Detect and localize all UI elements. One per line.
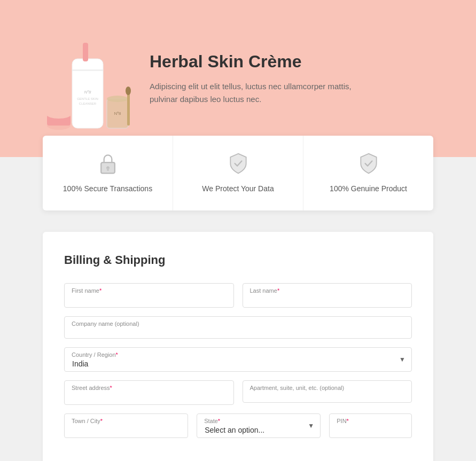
trust-label-secure: 100% Secure Transactions xyxy=(63,184,152,194)
hero-description: Adipiscing elit ut elit tellus, luctus n… xyxy=(150,80,353,106)
hero-section: Nº8 GENTLE SKIN CLEANSER Nº8 Herbal Skin… xyxy=(0,0,476,157)
svg-point-8 xyxy=(47,111,71,119)
country-row: Country / Region* India United States Un… xyxy=(64,347,412,372)
svg-text:Nº8: Nº8 xyxy=(84,90,91,95)
company-input[interactable] xyxy=(64,316,412,339)
trust-label-protect: We Protect Your Data xyxy=(202,184,274,194)
first-name-field: First name* xyxy=(64,283,234,308)
svg-rect-1 xyxy=(83,43,88,61)
products-illustration: Nº8 GENTLE SKIN CLEANSER Nº8 xyxy=(43,16,134,139)
trust-item-secure: 100% Secure Transactions xyxy=(43,136,173,210)
svg-point-10 xyxy=(107,96,128,102)
town-field: Town / City* xyxy=(64,413,188,438)
name-row: First name* Last name* xyxy=(64,283,412,308)
street-field: Street address* xyxy=(64,380,234,405)
company-row: Company name (optional) xyxy=(64,316,412,339)
svg-rect-2 xyxy=(72,69,103,71)
hero-title: Herbal Skin Crème xyxy=(150,52,433,72)
apt-field: Apartment, suite, unit, etc. (optional) xyxy=(243,380,412,405)
first-name-input[interactable] xyxy=(64,283,234,308)
town-input[interactable] xyxy=(64,413,188,438)
location-row: Town / City* State* Select an option... … xyxy=(64,413,412,438)
last-name-field: Last name* xyxy=(243,283,412,308)
country-field: Country / Region* India United States Un… xyxy=(64,347,412,372)
billing-title: Billing & Shipping xyxy=(64,253,412,267)
shield-check-icon xyxy=(227,152,250,175)
svg-text:GENTLE SKIN: GENTLE SKIN xyxy=(77,97,98,100)
last-name-input[interactable] xyxy=(243,283,412,308)
pin-input[interactable] xyxy=(329,413,412,438)
trust-section: 100% Secure Transactions We Protect Your… xyxy=(43,136,433,210)
lock-icon xyxy=(96,152,120,175)
hero-text: Herbal Skin Crème Adipiscing elit ut eli… xyxy=(150,52,433,106)
svg-rect-12 xyxy=(127,91,130,126)
street-input[interactable] xyxy=(64,380,234,405)
trust-label-genuine: 100% Genuine Product xyxy=(330,184,407,194)
country-select[interactable]: India United States United Kingdom xyxy=(64,347,412,372)
address-row: Street address* Apartment, suite, unit, … xyxy=(64,380,412,405)
shield-check-alt-icon xyxy=(357,152,380,175)
pin-field: PIN* xyxy=(329,413,412,438)
svg-point-13 xyxy=(126,87,131,95)
billing-section: Billing & Shipping First name* Last name… xyxy=(43,232,433,461)
state-field: State* Select an option... ▼ xyxy=(197,413,321,438)
trust-item-protect: We Protect Your Data xyxy=(173,136,303,210)
hero-image: Nº8 GENTLE SKIN CLEANSER Nº8 xyxy=(43,16,128,141)
trust-item-genuine: 100% Genuine Product xyxy=(303,136,433,210)
company-field: Company name (optional) xyxy=(64,316,412,339)
svg-text:CLEANSER: CLEANSER xyxy=(79,102,97,105)
svg-text:Nº8: Nº8 xyxy=(114,111,121,116)
apt-input[interactable] xyxy=(243,380,412,403)
svg-rect-16 xyxy=(107,168,108,170)
state-select[interactable]: Select an option... xyxy=(197,413,321,438)
